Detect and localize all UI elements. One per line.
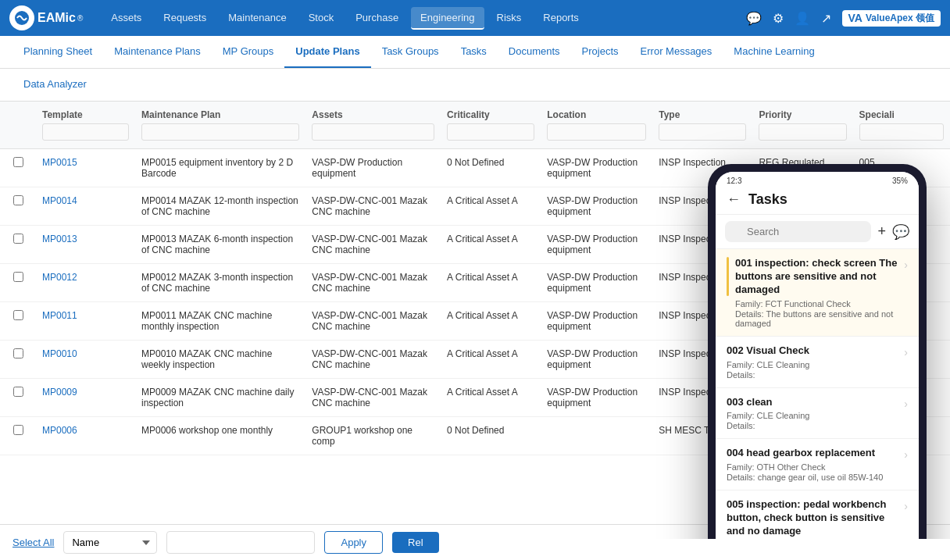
col-header-6: Type [652,102,752,149]
phone-task-chevron: › [904,500,908,512]
sub-nav2-item-data-analyzer[interactable]: Data Analyzer [12,69,98,101]
filter-input-7[interactable] [759,123,846,141]
row-mp-7: MP0006 workshop one monthly [135,417,305,455]
row-assets-7: GROUP1 workshop one comp [305,417,441,455]
filter-input-2[interactable] [141,123,299,141]
phone-time: 12:3 [727,177,741,185]
sub-nav-item-documents[interactable]: Documents [498,36,571,68]
row-mp-5: MP0010 MAZAK CNC machine weekly inspecti… [135,341,305,379]
valueapex-badge: VA ValueApex 领值 [842,10,941,27]
row-template-0: MP0015 [36,149,135,187]
row-location-0: VASP-DW Production equipment [541,149,652,187]
row-location-3: VASP-DW Production equipment [541,264,652,302]
phone-task-details: Details: The buttons are sensitive and n… [735,309,899,328]
row-checkbox-7[interactable] [0,417,36,455]
phone-task-item[interactable]: 002 Visual Check Family: CLE Cleaning De… [716,337,919,388]
phone-task-content: 001 inspection: check screen The buttons… [735,257,904,328]
phone-search-input[interactable] [725,221,871,242]
phone-task-item[interactable]: 004 head gearbox replacement Family: OTH… [716,439,919,490]
phone-task-chevron: › [904,346,908,358]
row-checkbox-6[interactable] [0,379,36,417]
phone-task-family: Family: OTH Other Check [727,462,899,472]
phone-task-chevron: › [904,259,908,271]
phone-add-icon[interactable]: + [877,223,886,240]
logout-icon[interactable]: ↗ [821,11,831,26]
phone-task-title: 001 inspection: check screen The buttons… [735,257,899,297]
phone-task-details: Details: [727,421,899,430]
sub-nav-item-update-plans[interactable]: Update Plans [284,36,370,68]
sub-nav-item-tasks[interactable]: Tasks [450,36,498,68]
sub-nav-item-task-groups[interactable]: Task Groups [371,36,450,68]
sub-nav-item-machine-learning[interactable]: Machine Learning [723,36,825,68]
settings-icon[interactable]: ⚙ [773,11,784,26]
sub-nav-item-maintenance-plans[interactable]: Maintenance Plans [103,36,212,68]
phone-title: Tasks [748,191,908,208]
sub-nav-item-planning-sheet[interactable]: Planning Sheet [12,36,103,68]
col-header-7: Priority [752,102,852,149]
row-assets-2: VASP-DW-CNC-001 Mazak CNC machine [305,226,441,264]
phone-header: ← Tasks [716,187,919,215]
user-icon[interactable]: 👤 [795,11,810,26]
filter-input-3[interactable] [312,123,434,141]
rel-button[interactable]: Rel [392,532,439,539]
nav-right-icons: 💬 ⚙ 👤 ↗ VA ValueApex 领值 [746,10,941,27]
apply-button[interactable]: Apply [324,531,383,539]
nav-item-reports[interactable]: Reports [534,7,588,30]
row-mp-3: MP0012 MAZAK 3-month inspection of CNC m… [135,264,305,302]
sub-nav-item-error-messages[interactable]: Error Messages [630,36,723,68]
col-header-0 [0,102,36,149]
row-checkbox-2[interactable] [0,226,36,264]
filter-input-4[interactable] [447,123,534,141]
select-all-button[interactable]: Select All [12,537,54,539]
row-location-5: VASP-DW Production equipment [541,341,652,379]
nav-item-stock[interactable]: Stock [299,7,344,30]
phone-task-item[interactable]: 005 inspection: pedal workbench button, … [716,490,919,539]
filter-input-5[interactable] [547,123,646,141]
phone-task-family: Family: CLE Cleaning [727,411,899,420]
row-checkbox-0[interactable] [0,149,36,187]
filter-input-1[interactable] [42,123,129,141]
sub-nav-item-mp-groups[interactable]: MP Groups [212,36,285,68]
bottom-name-select[interactable]: Name Type Priority [63,531,157,539]
row-template-6: MP0009 [36,379,135,417]
row-assets-6: VASP-DW-CNC-001 Mazak CNC machine [305,379,441,417]
filter-input-8[interactable] [859,123,944,141]
chat-icon[interactable]: 💬 [746,11,762,26]
nav-item-risks[interactable]: Risks [488,7,531,30]
row-criticality-5: A Critical Asset A [441,341,541,379]
nav-item-requests[interactable]: Requests [154,7,216,30]
phone-task-content: 003 clean Family: CLE Cleaning Details: [727,396,904,431]
main-content: TemplateMaintenance PlanAssetsCriticalit… [0,102,950,539]
row-checkbox-1[interactable] [0,187,36,226]
row-checkbox-4[interactable] [0,302,36,341]
row-mp-2: MP0013 MAZAK 6-month inspection of CNC m… [135,226,305,264]
nav-item-engineering[interactable]: Engineering [411,7,484,30]
row-checkbox-5[interactable] [0,341,36,379]
phone-task-content: 005 inspection: pedal workbench button, … [727,498,904,539]
sub-nav-item-projects[interactable]: Projects [571,36,630,68]
nav-item-maintenance[interactable]: Maintenance [219,7,295,30]
phone-battery: 35% [892,177,908,185]
row-assets-0: VASP-DW Production equipment [305,149,441,187]
nav-item-assets[interactable]: Assets [102,7,151,30]
phone-task-title: 002 Visual Check [727,344,899,358]
phone-task-item[interactable]: 003 clean Family: CLE Cleaning Details: … [716,388,919,440]
filter-input-6[interactable] [659,123,746,141]
logo-icon [9,5,34,30]
phone-search-area: 🔍 + 💬 [716,215,919,249]
bottom-value-input[interactable] [166,531,315,539]
row-template-1: MP0014 [36,187,135,226]
phone-message-icon[interactable]: 💬 [892,223,909,241]
row-mp-4: MP0011 MAZAK CNC machine monthly inspect… [135,302,305,341]
phone-back-button[interactable]: ← [727,191,741,208]
nav-item-purchase[interactable]: Purchase [346,7,408,30]
col-header-4: Criticality [441,102,541,149]
col-header-5: Location [541,102,652,149]
phone-task-item[interactable]: 001 inspection: check screen The buttons… [716,249,919,337]
row-location-7 [541,417,652,455]
logo-text: EAMic [38,11,76,25]
row-template-5: MP0010 [36,341,135,379]
row-template-3: MP0012 [36,264,135,302]
row-checkbox-3[interactable] [0,264,36,302]
col-header-1: Template [36,102,135,149]
